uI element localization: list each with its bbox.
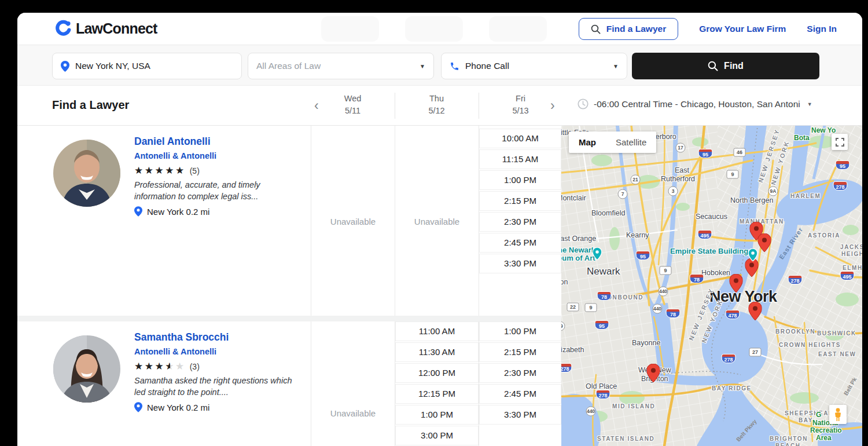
fullscreen-button[interactable] bbox=[832, 134, 848, 150]
day-date: 5/12 bbox=[395, 105, 479, 117]
ghost-shape bbox=[489, 16, 547, 42]
map-label: HEIGHTS bbox=[841, 251, 862, 257]
time-slot-button[interactable]: 2:15 PM bbox=[479, 342, 561, 362]
contact-method-select[interactable]: Phone Call ▼ bbox=[441, 53, 627, 79]
next-days-chevron[interactable]: › bbox=[550, 98, 555, 112]
phone-icon bbox=[450, 61, 459, 71]
rating: ★★★★★★★★★★ (5) bbox=[134, 165, 200, 177]
time-slot-button[interactable]: 10:00 AM bbox=[479, 129, 561, 148]
time-slot-button[interactable]: 11:00 AM bbox=[395, 321, 479, 341]
road-shield: 9 bbox=[660, 266, 672, 275]
road-shield: 39 bbox=[561, 321, 565, 331]
poi-marker[interactable] bbox=[593, 247, 602, 260]
map-label: Bota bbox=[794, 134, 810, 142]
lawyer-map-pin[interactable] bbox=[749, 302, 762, 320]
google-map[interactable]: Little FallsTeterboroEastRutherfordMontc… bbox=[561, 126, 862, 446]
lawyer-firm-link[interactable]: Antonelli & Antonelli bbox=[134, 347, 216, 356]
lawconnect-logo[interactable]: LawConnect bbox=[54, 20, 157, 37]
time-slot-button[interactable]: 2:45 PM bbox=[479, 233, 561, 253]
availability-fri: 10:00 AM11:15 AM1:00 PM2:15 PM2:30 PM2:4… bbox=[479, 126, 561, 316]
time-slot-button[interactable]: 12:15 PM bbox=[395, 384, 479, 404]
find-button[interactable]: Find bbox=[632, 53, 819, 79]
time-slot-button[interactable]: 2:30 PM bbox=[479, 212, 561, 232]
rating: ★★★★★★★★★★ (3) bbox=[134, 361, 200, 372]
clock-icon bbox=[578, 98, 589, 109]
lawyer-map-pin[interactable] bbox=[647, 364, 660, 382]
time-slot-button[interactable]: 11:15 AM bbox=[479, 149, 561, 169]
map-label: Area bbox=[816, 434, 832, 442]
map-pin-icon bbox=[134, 402, 142, 412]
road-shield: 9 bbox=[727, 170, 739, 179]
day-label: Wed bbox=[311, 93, 395, 105]
sign-in-link[interactable]: Sign In bbox=[807, 24, 837, 34]
review-count: (3) bbox=[190, 362, 200, 371]
lawyer-firm-link[interactable]: Antonelli & Antonelli bbox=[134, 151, 216, 160]
lawyer-location: New York 0.2 mi bbox=[134, 206, 209, 217]
road-shield: 495 bbox=[698, 230, 712, 239]
lawyer-map-pin[interactable] bbox=[758, 233, 771, 252]
road-shield: 440 bbox=[659, 287, 668, 297]
day-header-wed[interactable]: Wed 5/11 bbox=[311, 93, 395, 117]
map-label: BEACH bbox=[775, 443, 801, 446]
location-input[interactable]: New York NY, USA bbox=[52, 53, 242, 79]
road-shield: 278 bbox=[833, 181, 848, 191]
poi-marker[interactable] bbox=[748, 248, 758, 261]
road-shield: 278 bbox=[722, 354, 736, 363]
map-label: BROOKLYN bbox=[775, 328, 815, 335]
pegman-control[interactable] bbox=[829, 405, 847, 424]
satellite-view-button[interactable]: Satellite bbox=[606, 131, 656, 153]
grow-your-law-firm-link[interactable]: Grow Your Law Firm bbox=[699, 24, 786, 34]
time-slot-button[interactable]: 3:00 PM bbox=[395, 426, 479, 445]
time-slot-button[interactable]: 3:30 PM bbox=[479, 254, 561, 273]
time-slot-button[interactable]: 2:30 PM bbox=[479, 363, 561, 383]
map-label: ASTORIA bbox=[808, 232, 840, 239]
time-slot-button[interactable]: 1:00 PM bbox=[395, 405, 479, 425]
page-title: Find a Lawyer bbox=[52, 98, 129, 112]
time-slot-button[interactable]: 1:00 PM bbox=[479, 170, 561, 190]
lawconnect-logo-icon bbox=[54, 20, 72, 37]
map-label: BUSHWICK bbox=[817, 330, 856, 337]
day-header-thu[interactable]: Thu 5/12 bbox=[395, 93, 479, 117]
find-a-lawyer-nav-button[interactable]: Find a Lawyer bbox=[579, 18, 678, 40]
map-label: East River bbox=[778, 226, 804, 261]
star-rating-icon: ★★★★★★★★★★ bbox=[134, 361, 186, 372]
map-label: Recreatio bbox=[810, 426, 842, 434]
time-slot-button[interactable]: 1:00 PM bbox=[479, 321, 561, 341]
time-slot-button[interactable]: 2:15 PM bbox=[479, 191, 561, 211]
map-label: East Orange bbox=[561, 235, 596, 243]
area-of-law-select[interactable]: All Areas of Law ▼ bbox=[248, 53, 434, 79]
avatar[interactable] bbox=[53, 335, 120, 403]
ghost-shape bbox=[405, 16, 463, 42]
ghost-shape bbox=[321, 16, 379, 42]
road-shield: 21 bbox=[631, 175, 641, 185]
map-label: Empire State Building bbox=[670, 247, 748, 255]
road-shield: 478 bbox=[726, 310, 740, 319]
availability-fri: 1:00 PM2:15 PM2:30 PM2:45 PM3:30 PM bbox=[479, 321, 561, 446]
lawyer-map-pin[interactable] bbox=[730, 274, 743, 293]
time-slot-button[interactable]: 2:45 PM bbox=[479, 384, 561, 404]
map-pin-icon bbox=[134, 206, 142, 217]
map-label: CROWN HEIGHTS bbox=[779, 342, 841, 348]
chevron-down-icon: ▼ bbox=[613, 63, 619, 70]
road-shield: 95 bbox=[836, 160, 850, 170]
time-slot-button[interactable]: 3:30 PM bbox=[479, 405, 561, 425]
lawyer-name-link[interactable]: Samantha Sbrocchi bbox=[134, 331, 229, 343]
road-shield: 278 bbox=[596, 390, 610, 399]
map-label: Secaucus bbox=[696, 213, 727, 221]
map-view-button[interactable]: Map bbox=[569, 131, 606, 153]
area-of-law-value: All Areas of Law bbox=[256, 61, 321, 71]
avatar[interactable] bbox=[53, 140, 120, 207]
timezone-select[interactable]: -06:00 Central Time - Chicago, Houston, … bbox=[578, 98, 812, 109]
day-label: Thu bbox=[395, 93, 479, 105]
screen: LawConnect Find a Lawyer Grow Your Law F… bbox=[0, 0, 868, 446]
road-shield: 7 bbox=[618, 189, 628, 199]
time-slot-button[interactable]: 12:00 PM bbox=[395, 363, 479, 383]
road-shield: 440 bbox=[653, 304, 663, 314]
time-slot-button[interactable]: 11:30 AM bbox=[395, 342, 479, 362]
road-shield: 440 bbox=[586, 407, 596, 416]
location-text: New York 0.2 mi bbox=[147, 403, 209, 412]
map-label: Bayonne bbox=[632, 339, 660, 347]
map-label: BRIGHTON bbox=[770, 436, 808, 442]
lawyer-name-link[interactable]: Daniel Antonelli bbox=[134, 136, 211, 148]
time-slot-list bbox=[311, 126, 395, 129]
